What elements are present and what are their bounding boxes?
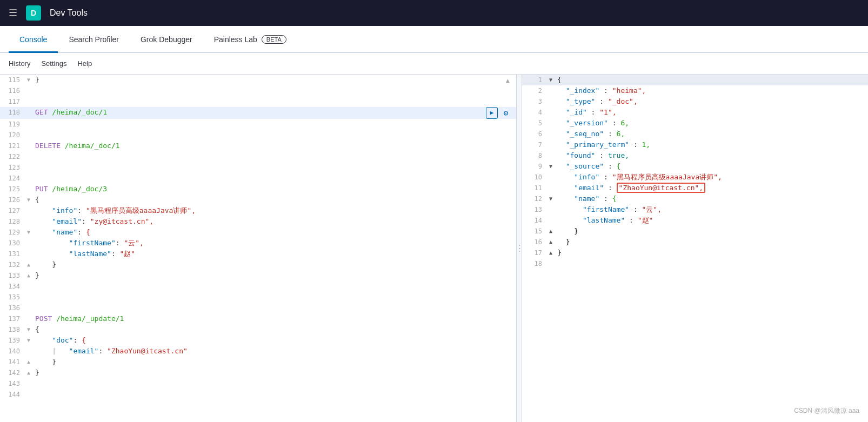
editor-line: 119 <box>0 119 516 130</box>
output-content: "info" : "黑马程序员高级aaaaJava讲师", <box>555 172 868 183</box>
line-gutter[interactable]: ▼ <box>24 324 33 335</box>
line-number: 136 <box>0 303 24 313</box>
line-content: } <box>33 259 516 270</box>
top-bar: ☰ D Dev Tools <box>0 0 868 26</box>
output-line-number: 3 <box>522 96 546 107</box>
tab-grok-debugger[interactable]: Grok Debugger <box>130 27 203 53</box>
editor-line: 143 <box>0 378 516 389</box>
output-line-number: 10 <box>522 172 546 183</box>
submenu-settings[interactable]: Settings <box>41 59 66 68</box>
line-gutter[interactable]: ▲ <box>24 259 33 270</box>
line-content: "lastName": "赵" <box>33 249 516 259</box>
line-gutter[interactable]: ▲ <box>24 357 33 367</box>
code-editor[interactable]: ▲ 115▼}116117118GET /heima/_doc/1▶⚙11912… <box>0 75 516 422</box>
output-gutter[interactable]: ▲ <box>546 247 555 258</box>
output-gutter[interactable]: ▼ <box>546 161 555 172</box>
output-line: 1▼{ <box>522 75 868 85</box>
editor-line: 117 <box>0 96 516 107</box>
output-gutter[interactable]: ▲ <box>546 226 555 237</box>
editor-line: 125PUT /heima/_doc/3 <box>0 184 516 195</box>
editor-line: 132▲ } <box>0 259 516 270</box>
output-content: "_primary_term" : 1, <box>555 139 868 150</box>
line-content: "name": { <box>33 227 516 238</box>
line-gutter[interactable]: ▼ <box>24 227 33 238</box>
output-gutter[interactable]: ▼ <box>546 193 555 204</box>
editor-line: 136 <box>0 303 516 313</box>
line-number: 125 <box>0 184 24 195</box>
output-line-number: 6 <box>522 129 546 139</box>
editor-line: 127 "info": "黑马程序员高级aaaaJava讲师", <box>0 205 516 216</box>
editor-line: 130 "firstName": "云", <box>0 238 516 249</box>
output-line: 9▼ "_source" : { <box>522 161 868 172</box>
output-content: "found" : true, <box>555 150 868 161</box>
editor-line: 140 | "email": "ZhaoYun@itcast.cn" <box>0 346 516 357</box>
line-content: } <box>33 270 516 281</box>
line-number: 139 <box>0 335 24 346</box>
line-number: 127 <box>0 205 24 216</box>
editor-line: 139▼ "doc": { <box>0 335 516 346</box>
output-line: 10 "info" : "黑马程序员高级aaaaJava讲师", <box>522 172 868 183</box>
tab-painless-lab[interactable]: Painless Lab BETA <box>203 27 297 53</box>
line-gutter[interactable]: ▲ <box>24 270 33 281</box>
output-gutter[interactable]: ▲ <box>546 237 555 247</box>
editor-line: 118GET /heima/_doc/1▶⚙ <box>0 107 516 119</box>
line-number: 119 <box>0 119 24 130</box>
output-line: 2 "_index" : "heima", <box>522 85 868 96</box>
line-number: 133 <box>0 270 24 281</box>
editor-line: 138▼{ <box>0 324 516 335</box>
submenu-history[interactable]: History <box>9 59 30 68</box>
tab-console[interactable]: Console <box>9 27 58 53</box>
output-content: "lastName" : "赵" <box>555 215 868 226</box>
editor-line: 128 "email": "zy@itcast.cn", <box>0 216 516 227</box>
output-content: "_source" : { <box>555 161 868 172</box>
line-number: 120 <box>0 130 24 140</box>
line-number: 131 <box>0 249 24 259</box>
output-content: "email" : "ZhaoYun@itcast.cn", <box>555 183 868 193</box>
output-line-number: 11 <box>522 183 546 193</box>
output-content: } <box>555 247 868 258</box>
line-number: 128 <box>0 216 24 227</box>
tab-bar: Console Search Profiler Grok Debugger Pa… <box>0 26 868 53</box>
main-content: ▲ 115▼}116117118GET /heima/_doc/1▶⚙11912… <box>0 75 868 422</box>
line-gutter[interactable]: ▲ <box>24 367 33 378</box>
line-gutter[interactable]: ▼ <box>24 75 33 85</box>
line-content: } <box>33 75 516 85</box>
output-line-number: 17 <box>522 247 546 258</box>
output-content: "_version" : 6, <box>555 118 868 129</box>
line-number: 130 <box>0 238 24 249</box>
line-actions: ▶⚙ <box>486 107 516 119</box>
run-button[interactable]: ▶ <box>486 107 498 119</box>
output-line-number: 18 <box>522 258 546 269</box>
line-content: GET /heima/_doc/1 <box>33 107 486 118</box>
output-content: "name" : { <box>555 193 868 204</box>
line-number: 137 <box>0 313 24 324</box>
line-content: "firstName": "云", <box>33 238 516 249</box>
output-line: 6 "_seq_no" : 6, <box>522 129 868 139</box>
line-gutter[interactable]: ▼ <box>24 195 33 205</box>
output-line: 4 "_id" : "1", <box>522 107 868 118</box>
scroll-up-arrow[interactable]: ▲ <box>506 77 510 84</box>
output-line-number: 8 <box>522 150 546 161</box>
resize-handle[interactable]: ⋮ <box>517 75 522 422</box>
line-number: 138 <box>0 324 24 335</box>
line-gutter[interactable]: ▼ <box>24 335 33 346</box>
submenu-help[interactable]: Help <box>77 59 92 68</box>
editor-line: 134 <box>0 281 516 292</box>
wrench-icon[interactable]: ⚙ <box>500 107 512 119</box>
output-panel[interactable]: 1▼{2 "_index" : "heima",3 "_type" : "_do… <box>522 75 868 422</box>
line-number: 141 <box>0 357 24 367</box>
hamburger-menu[interactable]: ☰ <box>9 7 17 19</box>
line-number: 140 <box>0 346 24 357</box>
line-content: } <box>33 367 516 378</box>
tab-search-profiler[interactable]: Search Profiler <box>58 27 130 53</box>
line-content: { <box>33 195 516 205</box>
editor-line: 137POST /heima/_update/1 <box>0 313 516 324</box>
editor-line: 121DELETE /heima/_doc/1 <box>0 140 516 151</box>
output-line: 8 "found" : true, <box>522 150 868 161</box>
output-gutter[interactable]: ▼ <box>546 75 555 85</box>
line-number: 134 <box>0 281 24 292</box>
output-content: { <box>555 75 868 85</box>
output-line-number: 5 <box>522 118 546 129</box>
output-line-number: 14 <box>522 215 546 226</box>
output-content: "_seq_no" : 6, <box>555 129 868 139</box>
